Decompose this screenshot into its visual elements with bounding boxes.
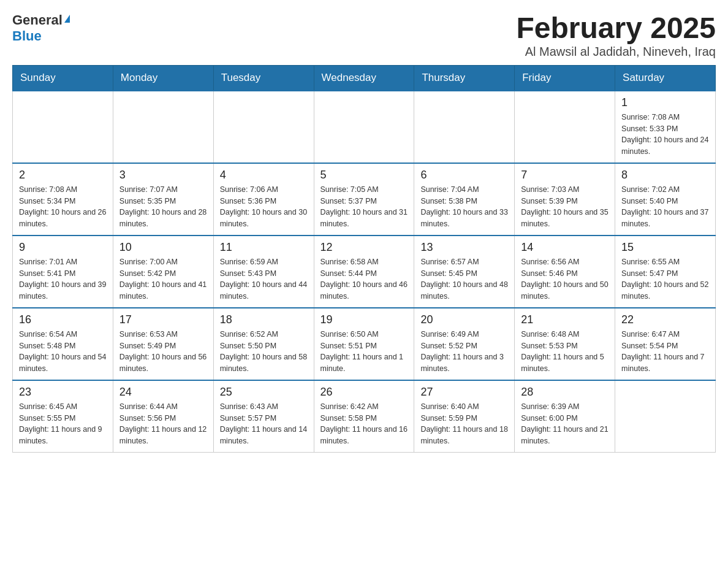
day-number: 1 (621, 96, 709, 109)
calendar-cell (515, 91, 615, 163)
day-number: 18 (220, 313, 308, 326)
day-number: 17 (119, 313, 207, 326)
day-of-week-header: Tuesday (213, 65, 314, 91)
day-number: 8 (621, 169, 709, 182)
day-number: 22 (621, 313, 709, 326)
calendar-cell: 17Sunrise: 6:53 AMSunset: 5:49 PMDayligh… (113, 308, 213, 380)
calendar-cell: 16Sunrise: 6:54 AMSunset: 5:48 PMDayligh… (13, 308, 113, 380)
day-of-week-header: Saturday (615, 65, 716, 91)
day-number: 16 (19, 313, 107, 326)
calendar-cell: 25Sunrise: 6:43 AMSunset: 5:57 PMDayligh… (213, 380, 314, 453)
calendar-cell: 11Sunrise: 6:59 AMSunset: 5:43 PMDayligh… (213, 236, 314, 308)
calendar-cell (314, 91, 414, 163)
day-number: 12 (320, 241, 408, 254)
calendar-cell (615, 380, 716, 453)
calendar-cell: 8Sunrise: 7:02 AMSunset: 5:40 PMDaylight… (615, 163, 716, 236)
day-info: Sunrise: 7:00 AMSunset: 5:42 PMDaylight:… (119, 256, 207, 302)
day-number: 7 (521, 169, 609, 182)
day-number: 19 (320, 313, 408, 326)
day-info: Sunrise: 6:54 AMSunset: 5:48 PMDaylight:… (19, 329, 107, 375)
day-info: Sunrise: 7:08 AMSunset: 5:33 PMDaylight:… (621, 112, 709, 158)
calendar-cell: 22Sunrise: 6:47 AMSunset: 5:54 PMDayligh… (615, 308, 716, 380)
calendar-cell: 28Sunrise: 6:39 AMSunset: 6:00 PMDayligh… (515, 380, 615, 453)
week-row: 1Sunrise: 7:08 AMSunset: 5:33 PMDaylight… (13, 91, 716, 163)
day-info: Sunrise: 6:47 AMSunset: 5:54 PMDaylight:… (621, 329, 709, 375)
calendar-cell: 14Sunrise: 6:56 AMSunset: 5:46 PMDayligh… (515, 236, 615, 308)
calendar-cell: 2Sunrise: 7:08 AMSunset: 5:34 PMDaylight… (13, 163, 113, 236)
day-number: 5 (320, 169, 408, 182)
calendar-cell: 9Sunrise: 7:01 AMSunset: 5:41 PMDaylight… (13, 236, 113, 308)
day-info: Sunrise: 6:55 AMSunset: 5:47 PMDaylight:… (621, 256, 709, 302)
day-info: Sunrise: 7:04 AMSunset: 5:38 PMDaylight:… (420, 184, 508, 230)
day-number: 26 (320, 386, 408, 399)
day-number: 11 (220, 241, 308, 254)
day-info: Sunrise: 6:56 AMSunset: 5:46 PMDaylight:… (521, 256, 609, 302)
day-info: Sunrise: 7:01 AMSunset: 5:41 PMDaylight:… (19, 256, 107, 302)
day-info: Sunrise: 6:44 AMSunset: 5:56 PMDaylight:… (119, 401, 207, 447)
calendar-cell: 26Sunrise: 6:42 AMSunset: 5:58 PMDayligh… (314, 380, 414, 453)
calendar-cell (113, 91, 213, 163)
day-info: Sunrise: 6:52 AMSunset: 5:50 PMDaylight:… (220, 329, 308, 375)
day-number: 23 (19, 386, 107, 399)
day-info: Sunrise: 6:45 AMSunset: 5:55 PMDaylight:… (19, 401, 107, 447)
calendar-table: SundayMondayTuesdayWednesdayThursdayFrid… (12, 65, 716, 453)
day-number: 21 (521, 313, 609, 326)
logo-blue-text: Blue (12, 28, 42, 44)
week-row: 2Sunrise: 7:08 AMSunset: 5:34 PMDaylight… (13, 163, 716, 236)
day-number: 25 (220, 386, 308, 399)
day-of-week-header: Monday (113, 65, 213, 91)
calendar-cell: 13Sunrise: 6:57 AMSunset: 5:45 PMDayligh… (414, 236, 515, 308)
week-row: 16Sunrise: 6:54 AMSunset: 5:48 PMDayligh… (13, 308, 716, 380)
calendar-header-row: SundayMondayTuesdayWednesdayThursdayFrid… (13, 65, 716, 91)
day-info: Sunrise: 6:40 AMSunset: 5:59 PMDaylight:… (420, 401, 508, 447)
calendar-cell (213, 91, 314, 163)
day-number: 3 (119, 169, 207, 182)
day-info: Sunrise: 7:02 AMSunset: 5:40 PMDaylight:… (621, 184, 709, 230)
day-info: Sunrise: 7:08 AMSunset: 5:34 PMDaylight:… (19, 184, 107, 230)
day-of-week-header: Friday (515, 65, 615, 91)
calendar-cell: 6Sunrise: 7:04 AMSunset: 5:38 PMDaylight… (414, 163, 515, 236)
day-number: 24 (119, 386, 207, 399)
day-number: 4 (220, 169, 308, 182)
week-row: 23Sunrise: 6:45 AMSunset: 5:55 PMDayligh… (13, 380, 716, 453)
day-info: Sunrise: 7:03 AMSunset: 5:39 PMDaylight:… (521, 184, 609, 230)
day-info: Sunrise: 7:07 AMSunset: 5:35 PMDaylight:… (119, 184, 207, 230)
day-of-week-header: Wednesday (314, 65, 414, 91)
day-info: Sunrise: 6:48 AMSunset: 5:53 PMDaylight:… (521, 329, 609, 375)
day-info: Sunrise: 6:58 AMSunset: 5:44 PMDaylight:… (320, 256, 408, 302)
calendar-title: February 2025 (516, 12, 716, 45)
calendar-cell: 3Sunrise: 7:07 AMSunset: 5:35 PMDaylight… (113, 163, 213, 236)
day-info: Sunrise: 7:06 AMSunset: 5:36 PMDaylight:… (220, 184, 308, 230)
calendar-cell: 12Sunrise: 6:58 AMSunset: 5:44 PMDayligh… (314, 236, 414, 308)
logo-triangle-icon (64, 15, 70, 23)
calendar-subtitle: Al Mawsil al Jadidah, Nineveh, Iraq (516, 45, 716, 59)
day-number: 14 (521, 241, 609, 254)
calendar-cell: 15Sunrise: 6:55 AMSunset: 5:47 PMDayligh… (615, 236, 716, 308)
day-number: 13 (420, 241, 508, 254)
day-of-week-header: Thursday (414, 65, 515, 91)
day-number: 2 (19, 169, 107, 182)
day-info: Sunrise: 6:57 AMSunset: 5:45 PMDaylight:… (420, 256, 508, 302)
calendar-cell: 19Sunrise: 6:50 AMSunset: 5:51 PMDayligh… (314, 308, 414, 380)
day-info: Sunrise: 7:05 AMSunset: 5:37 PMDaylight:… (320, 184, 408, 230)
day-info: Sunrise: 6:53 AMSunset: 5:49 PMDaylight:… (119, 329, 207, 375)
logo-general-text: General (12, 12, 63, 28)
day-info: Sunrise: 6:43 AMSunset: 5:57 PMDaylight:… (220, 401, 308, 447)
calendar-cell: 23Sunrise: 6:45 AMSunset: 5:55 PMDayligh… (13, 380, 113, 453)
day-number: 15 (621, 241, 709, 254)
week-row: 9Sunrise: 7:01 AMSunset: 5:41 PMDaylight… (13, 236, 716, 308)
day-info: Sunrise: 6:49 AMSunset: 5:52 PMDaylight:… (420, 329, 508, 375)
calendar-cell (414, 91, 515, 163)
day-number: 27 (420, 386, 508, 399)
calendar-cell: 21Sunrise: 6:48 AMSunset: 5:53 PMDayligh… (515, 308, 615, 380)
logo: General Blue (12, 12, 70, 44)
page-header: General Blue February 2025 Al Mawsil al … (12, 12, 716, 59)
day-of-week-header: Sunday (13, 65, 113, 91)
calendar-cell: 27Sunrise: 6:40 AMSunset: 5:59 PMDayligh… (414, 380, 515, 453)
day-info: Sunrise: 6:39 AMSunset: 6:00 PMDaylight:… (521, 401, 609, 447)
day-number: 6 (420, 169, 508, 182)
calendar-cell (13, 91, 113, 163)
calendar-cell: 5Sunrise: 7:05 AMSunset: 5:37 PMDaylight… (314, 163, 414, 236)
calendar-cell: 10Sunrise: 7:00 AMSunset: 5:42 PMDayligh… (113, 236, 213, 308)
day-number: 10 (119, 241, 207, 254)
